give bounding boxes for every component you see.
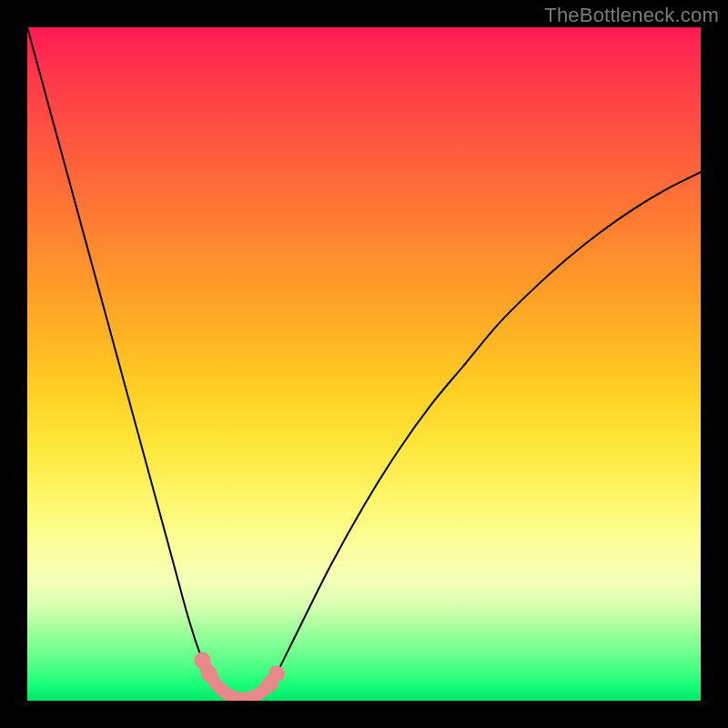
curve-accent-segment — [194, 652, 284, 699]
svg-point-1 — [201, 665, 217, 682]
svg-point-3 — [268, 665, 285, 682]
plot-area — [27, 27, 701, 701]
curve-svg — [27, 27, 701, 701]
watermark-text: TheBottleneck.com — [544, 4, 719, 27]
bottleneck-curve — [27, 27, 701, 699]
chart-frame: TheBottleneck.com — [0, 0, 728, 728]
